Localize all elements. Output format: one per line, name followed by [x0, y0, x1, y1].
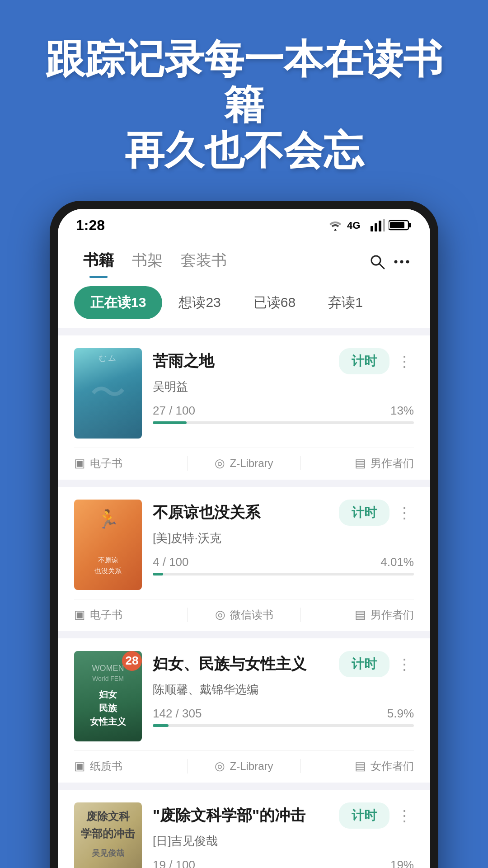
book-card-3: 28 WOMEN World FEM 妇女民族女性主义 妇女、民族与女性主义 计…	[58, 638, 430, 783]
book-card-2: 🏃 不原谅也没关系 不原谅也没关系 计时 ⋮ [美]皮特·沃克	[58, 487, 430, 631]
timer-button-4[interactable]: 计时	[339, 802, 389, 829]
book-title-4: "废除文科学部"的冲击	[153, 805, 339, 826]
cat-want[interactable]: 想读23	[162, 286, 237, 319]
meta-row-3: ▣ 纸质书 ◎ Z-Library ▤ 女作者们	[74, 750, 414, 783]
book-cover-4[interactable]: 废除文科学部的冲击 吴见俊哉	[74, 802, 142, 868]
progress-bar-fill-1	[153, 421, 187, 424]
nav-tab-shelf[interactable]: 书架	[123, 245, 172, 278]
book-author-1: 吴明益	[153, 379, 414, 395]
cover-figures-2: 🏃	[74, 509, 142, 530]
book-author-4: [日]吉见俊哉	[153, 833, 414, 849]
meta-type-3: ▣ 纸质书	[74, 759, 188, 774]
progress-bar-wrap-1	[153, 421, 414, 424]
section-divider	[58, 328, 430, 335]
svg-text:4G: 4G	[347, 220, 360, 231]
meta-shelf-1: ▤ 男作者们	[301, 456, 414, 471]
book-type-icon-1: ▣	[74, 456, 85, 470]
svg-point-11	[400, 260, 404, 263]
progress-text-1: 27 / 100	[153, 404, 195, 418]
book-more-1[interactable]: ⋮	[395, 352, 414, 370]
status-bar: 1:28 4G	[58, 209, 430, 238]
book-author-3: 陈顺馨、戴锦华选编	[153, 682, 414, 698]
source-icon-3: ◎	[215, 759, 225, 773]
meta-shelf-3: ▤ 女作者们	[301, 759, 414, 774]
book-title-1: 苦雨之地	[153, 351, 339, 372]
svg-rect-1	[371, 226, 373, 231]
book-cover-2[interactable]: 🏃 不原谅也没关系	[74, 500, 142, 590]
app-header: 书籍 书架 套装书	[58, 238, 430, 278]
progress-pct-2: 4.01%	[380, 555, 414, 569]
meta-source-2: ◎ 微信读书	[188, 608, 301, 622]
meta-source-1: ◎ Z-Library	[188, 456, 301, 470]
svg-point-12	[406, 260, 409, 263]
banner-title: 跟踪记录每一本在读书籍 再久也不会忘	[27, 36, 461, 174]
timer-button-1[interactable]: 计时	[339, 348, 389, 374]
meta-shelf-2: ▤ 男作者们	[301, 608, 414, 622]
more-button[interactable]	[389, 250, 414, 274]
category-bar: 正在读13 想读23 已读68 弃读1	[58, 278, 430, 328]
book-title-2: 不原谅也没关系	[153, 502, 339, 523]
meta-row-2: ▣ 电子书 ◎ 微信读书 ▤ 男作者们	[74, 599, 414, 631]
search-icon	[369, 253, 386, 270]
book-more-3[interactable]: ⋮	[395, 655, 414, 673]
shelf-icon-3: ▤	[355, 759, 366, 773]
signal-icon: 4G	[347, 219, 367, 231]
shelf-icon-2: ▤	[355, 608, 366, 622]
battery-icon	[389, 219, 412, 231]
banner: 跟踪记录每一本在读书籍 再久也不会忘	[0, 0, 488, 201]
signal-bars-icon	[371, 219, 385, 231]
progress-bar-fill-3	[153, 724, 169, 727]
progress-bar-wrap-3	[153, 724, 414, 727]
book-author-2: [美]皮特·沃克	[153, 530, 414, 546]
source-icon-1: ◎	[215, 456, 225, 470]
source-icon-2: ◎	[215, 608, 225, 622]
badge-number-3: 28	[122, 651, 142, 671]
nav-tab-sets[interactable]: 套装书	[172, 245, 236, 278]
meta-type-1: ▣ 电子书	[74, 456, 188, 471]
svg-rect-7	[390, 222, 404, 228]
book-more-4[interactable]: ⋮	[395, 807, 414, 825]
phone-shell: 1:28 4G	[50, 201, 438, 868]
phone-screen: 1:28 4G	[58, 209, 430, 868]
book-type-icon-3: ▣	[74, 759, 85, 773]
svg-line-9	[380, 264, 385, 269]
meta-source-3: ◎ Z-Library	[188, 759, 301, 773]
progress-text-3: 142 / 305	[153, 707, 202, 721]
progress-pct-1: 13%	[390, 404, 414, 418]
svg-rect-6	[408, 223, 411, 227]
wifi-icon	[327, 219, 343, 231]
cat-read[interactable]: 已读68	[237, 286, 312, 319]
meta-row-1: ▣ 电子书 ◎ Z-Library ▤ 男作者们	[74, 448, 414, 480]
search-button[interactable]	[365, 250, 389, 274]
svg-point-10	[394, 260, 398, 263]
svg-rect-3	[379, 221, 381, 231]
book-title-3: 妇女、民族与女性主义	[153, 654, 339, 675]
status-time: 1:28	[76, 217, 105, 234]
svg-rect-4	[383, 219, 385, 231]
progress-text-4: 19 / 100	[153, 858, 195, 868]
progress-text-2: 4 / 100	[153, 555, 189, 569]
status-icons: 4G	[327, 219, 412, 231]
cat-reading[interactable]: 正在读13	[74, 286, 162, 319]
svg-rect-2	[375, 223, 377, 231]
book-cover-1[interactable]: むム 〜	[74, 348, 142, 439]
dots-icon	[393, 253, 410, 270]
cat-abandoned[interactable]: 弃读1	[312, 286, 379, 319]
meta-type-2: ▣ 电子书	[74, 608, 188, 622]
cover-text-4: 废除文科学部的冲击 吴见俊哉	[74, 802, 142, 868]
timer-button-2[interactable]: 计时	[339, 500, 389, 526]
shelf-icon-1: ▤	[355, 456, 366, 470]
progress-pct-3: 5.9%	[387, 707, 414, 721]
book-more-2[interactable]: ⋮	[395, 504, 414, 522]
nav-tab-books[interactable]: 书籍	[74, 245, 123, 278]
timer-button-3[interactable]: 计时	[339, 651, 389, 677]
progress-bar-fill-2	[153, 573, 163, 576]
book-card-4: 废除文科学部的冲击 吴见俊哉 "废除文科学部"的冲击 计时 ⋮ [日]吉见	[58, 790, 430, 868]
progress-bar-wrap-2	[153, 573, 414, 576]
book-cover-3[interactable]: 28 WOMEN World FEM 妇女民族女性主义	[74, 651, 142, 741]
book-type-icon-2: ▣	[74, 608, 85, 622]
progress-pct-4: 19%	[390, 858, 414, 868]
book-card: むム 〜 苦雨之地 计时 ⋮ 吴明益	[58, 335, 430, 480]
app-nav: 书籍 书架 套装书	[74, 245, 414, 278]
